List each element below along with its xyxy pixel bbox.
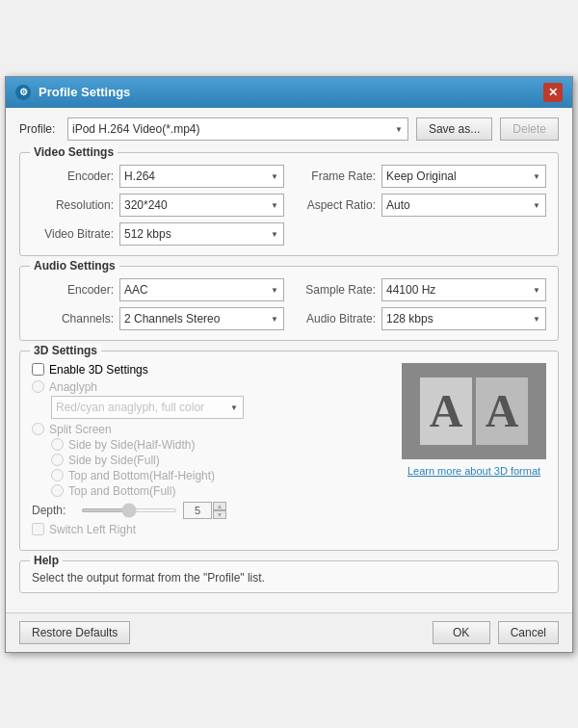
top-bottom-half-row: Top and Bottom(Half-Height): [51, 469, 392, 482]
audio-settings-content: Encoder: AAC Sample Rate: 44100 Hz: [32, 278, 546, 330]
split-screen-radio[interactable]: [32, 423, 44, 435]
depth-spinner-wrap: ▲ ▼: [183, 502, 226, 519]
delete-button[interactable]: Delete: [500, 117, 559, 141]
anaglyph-row: Anaglyph: [32, 380, 392, 394]
video-bitrate-label: Video Bitrate:: [32, 227, 114, 241]
top-bottom-full-radio[interactable]: [51, 484, 64, 497]
title-bar: ⚙ Profile Settings ✕: [6, 77, 572, 108]
side-by-side-half-radio[interactable]: [51, 438, 64, 451]
resolution-row: Resolution: 320*240: [32, 194, 284, 217]
switch-left-right-label: Switch Left Right: [49, 523, 136, 536]
save-as-button[interactable]: Save as...: [416, 117, 492, 141]
top-bottom-full-row: Top and Bottom(Full): [51, 484, 392, 498]
depth-slider[interactable]: [81, 508, 177, 512]
video-form-grid: Encoder: H.264 Frame Rate: Keep Origina: [32, 165, 546, 246]
3d-settings-content: Enable 3D Settings Anaglyph Red/cyan ana…: [32, 363, 546, 540]
split-screen-options: Side by Side(Half-Width) Side by Side(Fu…: [32, 438, 392, 498]
encoder-select-wrapper: H.264: [119, 165, 284, 188]
split-screen-row: Split Screen: [32, 423, 392, 436]
close-button[interactable]: ✕: [543, 83, 563, 102]
3d-settings-section: 3D Settings Enable 3D Settings Anaglyph: [19, 351, 559, 551]
aspect-ratio-row: Aspect Ratio: Auto: [294, 194, 546, 217]
anaglyph-label: Anaglyph: [49, 380, 97, 394]
audio-bitrate-select[interactable]: 128 kbps: [381, 307, 546, 330]
profile-select[interactable]: iPod H.264 Video(*.mp4): [67, 117, 408, 141]
restore-defaults-button[interactable]: Restore Defaults: [19, 621, 130, 644]
aa-letter-right: A: [476, 377, 528, 445]
dialog-body: Profile: iPod H.264 Video(*.mp4) Save as…: [6, 108, 572, 612]
audio-form-grid: Encoder: AAC Sample Rate: 44100 Hz: [32, 278, 546, 330]
resolution-select[interactable]: 320*240: [119, 194, 284, 217]
aspect-ratio-select[interactable]: Auto: [381, 194, 546, 217]
audio-settings-title: Audio Settings: [30, 259, 119, 273]
audio-encoder-select-wrapper: AAC: [119, 278, 284, 301]
channels-row: Channels: 2 Channels Stereo: [32, 307, 284, 330]
frame-rate-select-wrapper: Keep Original: [381, 165, 546, 188]
video-bitrate-select[interactable]: 512 kbps: [119, 222, 284, 246]
audio-bitrate-row: Audio Bitrate: 128 kbps: [294, 307, 546, 330]
depth-spinner-buttons: ▲ ▼: [213, 502, 226, 519]
dialog-title: Profile Settings: [39, 85, 130, 99]
side-by-side-full-radio[interactable]: [51, 454, 64, 466]
3d-preview: A A: [402, 363, 546, 459]
help-text: Select the output format from the "Profi…: [32, 571, 546, 585]
help-section: Help Select the output format from the "…: [19, 560, 559, 593]
depth-row: Depth: ▲ ▼: [32, 502, 392, 519]
help-title: Help: [30, 554, 63, 567]
audio-bitrate-label: Audio Bitrate:: [294, 312, 376, 325]
cancel-button[interactable]: Cancel: [498, 621, 559, 644]
anaglyph-radio[interactable]: [32, 380, 44, 393]
aspect-ratio-select-wrapper: Auto: [381, 194, 546, 217]
audio-encoder-select[interactable]: AAC: [119, 278, 284, 301]
depth-label: Depth:: [32, 504, 75, 517]
3d-settings-right: A A Learn more about 3D format: [402, 363, 546, 540]
footer-right-buttons: OK Cancel: [433, 621, 559, 644]
side-by-side-full-row: Side by Side(Full): [51, 454, 392, 467]
resolution-label: Resolution:: [32, 198, 114, 212]
dialog-window: ⚙ Profile Settings ✕ Profile: iPod H.264…: [5, 76, 573, 653]
channels-select-wrapper: 2 Channels Stereo: [119, 307, 284, 330]
video-settings-section: Video Settings Encoder: H.264 Fra: [19, 152, 559, 256]
sample-rate-row: Sample Rate: 44100 Hz: [294, 278, 546, 301]
aa-letter-left: A: [420, 377, 472, 445]
audio-bitrate-select-wrapper: 128 kbps: [381, 307, 546, 330]
sample-rate-label: Sample Rate:: [294, 283, 376, 297]
frame-rate-select[interactable]: Keep Original: [381, 165, 546, 188]
top-bottom-half-radio[interactable]: [51, 469, 64, 481]
encoder-select[interactable]: H.264: [119, 165, 284, 188]
video-bitrate-row: Video Bitrate: 512 kbps: [32, 222, 284, 246]
enable-3d-checkbox[interactable]: [32, 363, 44, 376]
depth-input[interactable]: [183, 502, 212, 519]
depth-decrement-button[interactable]: ▼: [213, 510, 226, 519]
anaglyph-dropdown-wrap: Red/cyan anaglyph, full color: [32, 396, 392, 419]
side-by-side-half-label: Side by Side(Half-Width): [68, 438, 195, 452]
anaglyph-select-wrapper: Red/cyan anaglyph, full color: [51, 396, 244, 419]
anaglyph-select[interactable]: Red/cyan anaglyph, full color: [51, 396, 244, 419]
ok-button[interactable]: OK: [433, 621, 490, 644]
resolution-select-wrapper: 320*240: [119, 194, 284, 217]
3d-settings-title: 3D Settings: [30, 344, 101, 357]
title-bar-left: ⚙ Profile Settings: [15, 85, 130, 100]
sample-rate-select-wrapper: 44100 Hz: [381, 278, 546, 301]
split-screen-label: Split Screen: [49, 423, 112, 436]
profile-select-wrapper: iPod H.264 Video(*.mp4): [67, 117, 408, 141]
depth-increment-button[interactable]: ▲: [213, 502, 226, 510]
channels-select[interactable]: 2 Channels Stereo: [119, 307, 284, 330]
3d-settings-left: Enable 3D Settings Anaglyph Red/cyan ana…: [32, 363, 392, 540]
learn-more-link[interactable]: Learn more about 3D format: [407, 465, 540, 477]
encoder-row: Encoder: H.264: [32, 165, 284, 188]
audio-encoder-row: Encoder: AAC: [32, 278, 284, 301]
video-settings-content: Encoder: H.264 Frame Rate: Keep Origina: [32, 165, 546, 246]
frame-rate-label: Frame Rate:: [294, 169, 376, 183]
switch-left-right-checkbox[interactable]: [32, 523, 44, 535]
frame-rate-row: Frame Rate: Keep Original: [294, 165, 546, 188]
top-bottom-half-label: Top and Bottom(Half-Height): [68, 469, 215, 482]
enable-3d-label: Enable 3D Settings: [49, 363, 148, 377]
empty-cell: [294, 222, 546, 246]
sample-rate-select[interactable]: 44100 Hz: [381, 278, 546, 301]
video-bitrate-select-wrapper: 512 kbps: [119, 222, 284, 246]
audio-encoder-label: Encoder:: [32, 283, 114, 297]
app-icon: ⚙: [15, 85, 31, 100]
side-by-side-half-row: Side by Side(Half-Width): [51, 438, 392, 452]
top-bottom-full-label: Top and Bottom(Full): [68, 484, 175, 498]
